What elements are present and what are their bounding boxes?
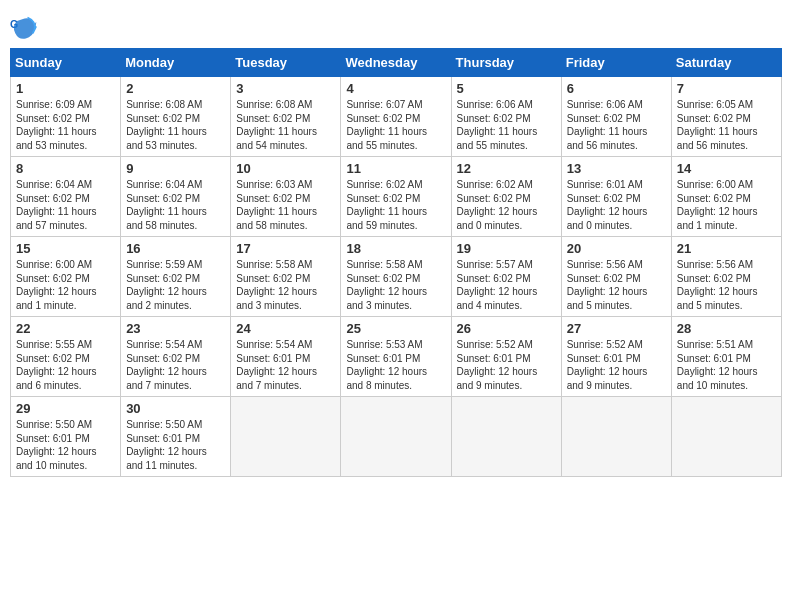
day-number: 14 (677, 161, 777, 176)
day-detail: Sunrise: 5:56 AM Sunset: 6:02 PM Dayligh… (677, 258, 777, 312)
day-detail: Sunrise: 6:09 AM Sunset: 6:02 PM Dayligh… (16, 98, 116, 152)
calendar-cell: 2Sunrise: 6:08 AM Sunset: 6:02 PM Daylig… (121, 77, 231, 157)
day-number: 25 (346, 321, 446, 336)
day-number: 8 (16, 161, 116, 176)
logo: G (10, 14, 40, 42)
day-detail: Sunrise: 5:51 AM Sunset: 6:01 PM Dayligh… (677, 338, 777, 392)
day-detail: Sunrise: 5:50 AM Sunset: 6:01 PM Dayligh… (126, 418, 226, 472)
day-number: 1 (16, 81, 116, 96)
calendar-cell: 18Sunrise: 5:58 AM Sunset: 6:02 PM Dayli… (341, 237, 451, 317)
day-number: 4 (346, 81, 446, 96)
day-detail: Sunrise: 5:55 AM Sunset: 6:02 PM Dayligh… (16, 338, 116, 392)
day-number: 17 (236, 241, 336, 256)
day-detail: Sunrise: 5:57 AM Sunset: 6:02 PM Dayligh… (457, 258, 557, 312)
calendar-cell (341, 397, 451, 477)
calendar-cell: 11Sunrise: 6:02 AM Sunset: 6:02 PM Dayli… (341, 157, 451, 237)
calendar-cell (231, 397, 341, 477)
day-detail: Sunrise: 5:52 AM Sunset: 6:01 PM Dayligh… (457, 338, 557, 392)
calendar-cell: 15Sunrise: 6:00 AM Sunset: 6:02 PM Dayli… (11, 237, 121, 317)
day-detail: Sunrise: 6:08 AM Sunset: 6:02 PM Dayligh… (126, 98, 226, 152)
calendar-cell: 21Sunrise: 5:56 AM Sunset: 6:02 PM Dayli… (671, 237, 781, 317)
day-number: 6 (567, 81, 667, 96)
calendar-cell: 7Sunrise: 6:05 AM Sunset: 6:02 PM Daylig… (671, 77, 781, 157)
calendar-cell (451, 397, 561, 477)
day-detail: Sunrise: 5:59 AM Sunset: 6:02 PM Dayligh… (126, 258, 226, 312)
day-detail: Sunrise: 5:53 AM Sunset: 6:01 PM Dayligh… (346, 338, 446, 392)
calendar-table: SundayMondayTuesdayWednesdayThursdayFrid… (10, 48, 782, 477)
calendar-cell: 1Sunrise: 6:09 AM Sunset: 6:02 PM Daylig… (11, 77, 121, 157)
calendar-cell: 16Sunrise: 5:59 AM Sunset: 6:02 PM Dayli… (121, 237, 231, 317)
day-detail: Sunrise: 5:50 AM Sunset: 6:01 PM Dayligh… (16, 418, 116, 472)
calendar-cell: 30Sunrise: 5:50 AM Sunset: 6:01 PM Dayli… (121, 397, 231, 477)
day-number: 24 (236, 321, 336, 336)
calendar-cell: 8Sunrise: 6:04 AM Sunset: 6:02 PM Daylig… (11, 157, 121, 237)
day-number: 21 (677, 241, 777, 256)
day-number: 9 (126, 161, 226, 176)
calendar-cell: 28Sunrise: 5:51 AM Sunset: 6:01 PM Dayli… (671, 317, 781, 397)
day-detail: Sunrise: 5:52 AM Sunset: 6:01 PM Dayligh… (567, 338, 667, 392)
day-detail: Sunrise: 6:00 AM Sunset: 6:02 PM Dayligh… (677, 178, 777, 232)
day-number: 23 (126, 321, 226, 336)
calendar-cell: 19Sunrise: 5:57 AM Sunset: 6:02 PM Dayli… (451, 237, 561, 317)
day-number: 2 (126, 81, 226, 96)
day-number: 7 (677, 81, 777, 96)
calendar-cell: 4Sunrise: 6:07 AM Sunset: 6:02 PM Daylig… (341, 77, 451, 157)
calendar-cell: 13Sunrise: 6:01 AM Sunset: 6:02 PM Dayli… (561, 157, 671, 237)
calendar-cell: 6Sunrise: 6:06 AM Sunset: 6:02 PM Daylig… (561, 77, 671, 157)
calendar-cell: 3Sunrise: 6:08 AM Sunset: 6:02 PM Daylig… (231, 77, 341, 157)
dow-header-thursday: Thursday (451, 49, 561, 77)
day-number: 11 (346, 161, 446, 176)
day-number: 29 (16, 401, 116, 416)
calendar-cell: 23Sunrise: 5:54 AM Sunset: 6:02 PM Dayli… (121, 317, 231, 397)
day-detail: Sunrise: 5:58 AM Sunset: 6:02 PM Dayligh… (236, 258, 336, 312)
day-number: 26 (457, 321, 557, 336)
day-detail: Sunrise: 6:03 AM Sunset: 6:02 PM Dayligh… (236, 178, 336, 232)
day-number: 22 (16, 321, 116, 336)
day-detail: Sunrise: 6:02 AM Sunset: 6:02 PM Dayligh… (457, 178, 557, 232)
day-number: 5 (457, 81, 557, 96)
calendar-cell: 20Sunrise: 5:56 AM Sunset: 6:02 PM Dayli… (561, 237, 671, 317)
calendar-cell: 10Sunrise: 6:03 AM Sunset: 6:02 PM Dayli… (231, 157, 341, 237)
dow-header-tuesday: Tuesday (231, 49, 341, 77)
day-number: 19 (457, 241, 557, 256)
day-detail: Sunrise: 6:06 AM Sunset: 6:02 PM Dayligh… (457, 98, 557, 152)
day-detail: Sunrise: 6:01 AM Sunset: 6:02 PM Dayligh… (567, 178, 667, 232)
calendar-cell: 12Sunrise: 6:02 AM Sunset: 6:02 PM Dayli… (451, 157, 561, 237)
calendar-cell (561, 397, 671, 477)
day-detail: Sunrise: 6:05 AM Sunset: 6:02 PM Dayligh… (677, 98, 777, 152)
day-number: 13 (567, 161, 667, 176)
day-detail: Sunrise: 5:58 AM Sunset: 6:02 PM Dayligh… (346, 258, 446, 312)
calendar-cell: 26Sunrise: 5:52 AM Sunset: 6:01 PM Dayli… (451, 317, 561, 397)
calendar-cell: 29Sunrise: 5:50 AM Sunset: 6:01 PM Dayli… (11, 397, 121, 477)
dow-header-friday: Friday (561, 49, 671, 77)
day-detail: Sunrise: 6:04 AM Sunset: 6:02 PM Dayligh… (126, 178, 226, 232)
dow-header-monday: Monday (121, 49, 231, 77)
calendar-cell: 9Sunrise: 6:04 AM Sunset: 6:02 PM Daylig… (121, 157, 231, 237)
day-detail: Sunrise: 6:07 AM Sunset: 6:02 PM Dayligh… (346, 98, 446, 152)
calendar-cell (671, 397, 781, 477)
calendar-cell: 27Sunrise: 5:52 AM Sunset: 6:01 PM Dayli… (561, 317, 671, 397)
calendar-cell: 25Sunrise: 5:53 AM Sunset: 6:01 PM Dayli… (341, 317, 451, 397)
day-detail: Sunrise: 6:04 AM Sunset: 6:02 PM Dayligh… (16, 178, 116, 232)
day-detail: Sunrise: 6:02 AM Sunset: 6:02 PM Dayligh… (346, 178, 446, 232)
day-number: 10 (236, 161, 336, 176)
day-number: 20 (567, 241, 667, 256)
calendar-cell: 14Sunrise: 6:00 AM Sunset: 6:02 PM Dayli… (671, 157, 781, 237)
day-detail: Sunrise: 6:08 AM Sunset: 6:02 PM Dayligh… (236, 98, 336, 152)
calendar-cell: 17Sunrise: 5:58 AM Sunset: 6:02 PM Dayli… (231, 237, 341, 317)
day-detail: Sunrise: 6:00 AM Sunset: 6:02 PM Dayligh… (16, 258, 116, 312)
day-number: 12 (457, 161, 557, 176)
day-number: 18 (346, 241, 446, 256)
day-number: 30 (126, 401, 226, 416)
calendar-cell: 5Sunrise: 6:06 AM Sunset: 6:02 PM Daylig… (451, 77, 561, 157)
day-number: 3 (236, 81, 336, 96)
day-number: 28 (677, 321, 777, 336)
day-number: 16 (126, 241, 226, 256)
calendar-cell: 24Sunrise: 5:54 AM Sunset: 6:01 PM Dayli… (231, 317, 341, 397)
calendar-cell: 22Sunrise: 5:55 AM Sunset: 6:02 PM Dayli… (11, 317, 121, 397)
dow-header-wednesday: Wednesday (341, 49, 451, 77)
dow-header-sunday: Sunday (11, 49, 121, 77)
day-detail: Sunrise: 5:54 AM Sunset: 6:02 PM Dayligh… (126, 338, 226, 392)
day-number: 15 (16, 241, 116, 256)
day-detail: Sunrise: 5:54 AM Sunset: 6:01 PM Dayligh… (236, 338, 336, 392)
